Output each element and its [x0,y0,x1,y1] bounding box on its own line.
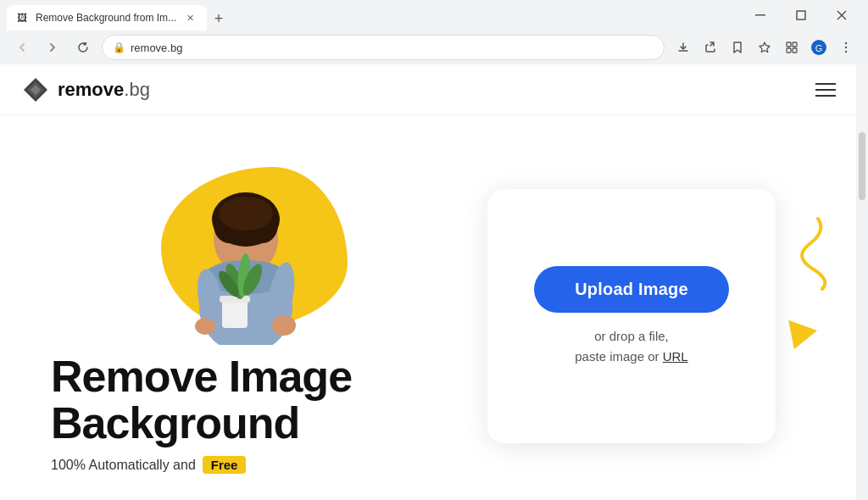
website: remove .bg [0,64,856,500]
site-nav: remove .bg [0,64,856,115]
drop-text-line2: paste image or URL [575,347,687,367]
star-icon[interactable] [753,36,776,59]
svg-point-10 [845,42,847,44]
svg-point-21 [219,197,273,231]
tab-close-button[interactable]: ✕ [183,11,197,25]
back-button[interactable] [10,36,34,59]
hero-image [136,158,356,345]
hero-headline: Remove Image Background [51,353,441,446]
hero-left: Remove Image Background 100% Automatical… [51,158,441,474]
upload-image-button[interactable]: Upload Image [534,266,729,313]
browser-chrome: 🖼 Remove Background from Im... ✕ + [0,0,868,64]
active-tab[interactable]: 🖼 Remove Background from Im... ✕ [7,5,207,31]
svg-rect-7 [793,48,797,53]
hero-headline-line2: Background [51,400,441,447]
hero-subtext: 100% Automatically and Free [51,456,441,474]
hero-section: Remove Image Background 100% Automatical… [0,115,856,500]
hero-subtext-text: 100% Automatically and [51,458,196,473]
share-icon[interactable] [698,36,722,59]
svg-point-11 [845,47,847,48]
svg-rect-6 [787,48,791,53]
scrollbar-thumb[interactable] [859,132,865,200]
hero-headline-line1: Remove Image [51,353,441,400]
address-bar: 🔒 remove.bg G [0,31,868,64]
download-page-icon[interactable] [671,36,695,59]
svg-point-12 [845,51,847,53]
drop-text-line1: or drop a file, [575,326,687,347]
free-badge: Free [203,456,247,474]
hero-person-svg [153,158,339,345]
svg-rect-28 [220,296,250,303]
hamburger-line-3 [815,95,836,97]
address-input[interactable]: 🔒 remove.bg [102,35,665,60]
svg-rect-27 [222,298,248,328]
scrollbar[interactable] [856,129,868,500]
maximize-button[interactable] [782,0,821,31]
forward-button[interactable] [41,36,64,59]
logo-remove: remove [58,79,124,101]
upload-box: Upload Image or drop a file, paste image… [487,189,776,443]
menu-icon[interactable] [834,36,858,59]
minimize-button[interactable] [741,0,780,31]
window-controls [741,0,861,31]
deco-squiggle [784,214,831,291]
deco-triangle [780,320,817,355]
lock-icon: 🔒 [113,42,125,53]
logo[interactable]: remove .bg [20,75,150,105]
hamburger-menu[interactable] [815,83,836,97]
svg-point-25 [195,318,215,335]
tab-title: Remove Background from Im... [36,12,176,24]
title-bar: 🖼 Remove Background from Im... ✕ + [0,0,868,31]
hamburger-line-1 [815,83,836,85]
refresh-button[interactable] [71,36,95,59]
svg-rect-5 [793,42,797,47]
hero-right: Upload Image or drop a file, paste image… [441,189,822,443]
svg-rect-1 [797,11,805,19]
hamburger-line-2 [815,89,836,91]
hero-text: Remove Image Background 100% Automatical… [51,353,441,474]
address-text: remove.bg [131,42,654,54]
drop-text: or drop a file, paste image or URL [575,326,687,367]
logo-text: remove .bg [58,79,150,101]
browser-content: remove .bg [0,64,868,500]
toolbar-icons: G [671,36,858,59]
logo-icon [20,75,51,105]
url-link[interactable]: URL [663,349,688,364]
tab-favicon: 🖼 [17,12,29,24]
svg-rect-0 [755,14,765,16]
tab-strip: 🖼 Remove Background from Im... ✕ + [7,0,734,31]
extensions-icon[interactable] [780,36,804,59]
logo-bg: .bg [124,79,150,101]
new-tab-button[interactable]: + [207,7,231,31]
bookmark-icon[interactable] [726,36,749,59]
profile-icon[interactable]: G [807,36,831,59]
svg-text:G: G [815,43,823,53]
svg-point-26 [272,315,296,336]
close-button[interactable] [822,0,861,31]
svg-rect-4 [787,42,791,47]
